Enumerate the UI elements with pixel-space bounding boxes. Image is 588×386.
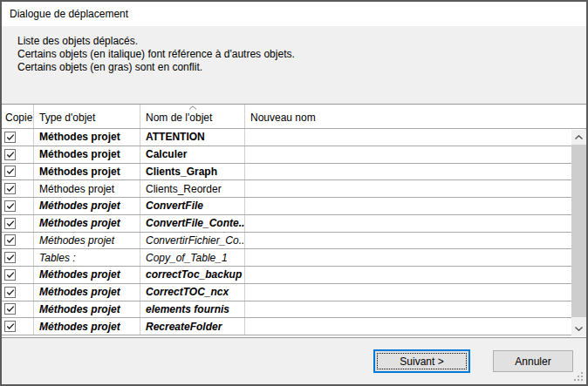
cell-newname[interactable]: [245, 180, 586, 197]
cell-type: Méthodes projet: [34, 180, 140, 197]
row-checkbox[interactable]: [4, 166, 16, 177]
checkmark-icon: [6, 185, 15, 193]
next-button[interactable]: Suivant >: [373, 349, 470, 373]
cell-name: correctToc_backup: [140, 267, 245, 283]
objects-table: Copie Type d'objet Nom de l'objet Nouvea…: [2, 104, 586, 338]
cancel-button[interactable]: Annuler: [493, 350, 573, 372]
cell-name: Clients_Reorder: [140, 180, 245, 197]
cell-newname[interactable]: [245, 215, 586, 232]
cell-name: Copy_of_Table_1: [140, 249, 245, 266]
cell-name: RecreateFolder: [140, 318, 245, 335]
row-checkbox[interactable]: [4, 303, 16, 315]
cell-type: Méthodes projet: [34, 301, 140, 318]
cell-type: Méthodes projet: [34, 129, 140, 146]
table-row[interactable]: Méthodes projet ConvertFile: [2, 198, 586, 215]
cell-newname[interactable]: [245, 146, 586, 163]
checkmark-icon: [6, 271, 15, 279]
cell-type: Méthodes projet: [34, 233, 140, 249]
cell-type: Méthodes projet: [34, 284, 140, 301]
checkmark-icon: [6, 288, 15, 296]
cell-newname[interactable]: [245, 249, 586, 266]
row-checkbox[interactable]: [4, 321, 16, 332]
row-checkbox[interactable]: [4, 200, 16, 212]
table-header: Copie Type d'objet Nom de l'objet Nouvea…: [2, 105, 586, 129]
cell-type: Méthodes projet: [34, 215, 140, 232]
cell-newname[interactable]: [245, 318, 586, 335]
table-row[interactable]: Méthodes projet RecreateFolder: [2, 318, 586, 335]
col-header-copie[interactable]: Copie: [2, 105, 34, 128]
row-checkbox[interactable]: [4, 218, 16, 229]
window-title: Dialogue de déplacement: [10, 8, 128, 20]
cell-newname[interactable]: [245, 129, 586, 146]
col-header-type[interactable]: Type d'objet: [34, 105, 140, 128]
checkmark-icon: [6, 254, 15, 261]
cell-type: Méthodes projet: [34, 164, 140, 180]
cell-name: ConvertirFichier_Co...: [140, 233, 245, 249]
vertical-scrollbar[interactable]: [571, 130, 586, 336]
table-row[interactable]: Méthodes projet Clients_Graph: [2, 164, 586, 181]
cell-newname[interactable]: [245, 198, 586, 214]
resize-grip-icon: [573, 371, 584, 382]
table-row[interactable]: Méthodes projet ConvertFile_Conte...: [2, 215, 586, 233]
cell-name: Calculer: [140, 146, 245, 163]
chevron-up-icon: [575, 135, 583, 139]
table-row[interactable]: Tables : Copy_of_Table_1: [2, 249, 586, 267]
cell-type: Méthodes projet: [34, 318, 140, 335]
table-row[interactable]: Méthodes projet correctToc_backup: [2, 267, 586, 284]
cell-type: Tables :: [34, 249, 140, 266]
row-checkbox[interactable]: [4, 234, 16, 246]
cell-newname[interactable]: [245, 233, 586, 249]
row-checkbox[interactable]: [4, 287, 16, 298]
cell-newname[interactable]: [245, 164, 586, 180]
checkmark-icon: [6, 133, 15, 141]
intro-line: Liste des objets déplacés.: [17, 35, 576, 48]
row-checkbox[interactable]: [4, 132, 16, 143]
cell-name: ConvertFile: [140, 198, 245, 214]
chevron-down-icon: [575, 327, 583, 331]
table-row[interactable]: Méthodes projet Clients_Reorder: [2, 180, 586, 198]
scrollbar-thumb[interactable]: [571, 145, 586, 317]
scroll-down-button[interactable]: [571, 322, 586, 336]
col-header-newname[interactable]: Nouveau nom: [245, 105, 586, 128]
checkmark-icon: [6, 167, 15, 175]
cell-name: CorrectTOC_ncx: [140, 284, 245, 301]
checkmark-icon: [6, 151, 15, 159]
table-row[interactable]: Méthodes projet elements fournis: [2, 301, 586, 319]
row-checkbox[interactable]: [4, 252, 16, 263]
row-checkbox[interactable]: [4, 183, 16, 194]
sort-ascending-icon: [188, 105, 196, 110]
intro-line: Certains objets (en italique) font référ…: [17, 48, 576, 61]
intro-line: Certains objets (en gras) sont en confli…: [17, 61, 576, 74]
cell-name: elements fournis: [140, 301, 245, 318]
title-bar[interactable]: Dialogue de déplacement: [2, 2, 586, 26]
cell-newname[interactable]: [245, 267, 586, 283]
scroll-up-button[interactable]: [571, 130, 586, 145]
cell-type: Méthodes projet: [34, 267, 140, 283]
col-header-name[interactable]: Nom de l'objet: [140, 105, 245, 128]
resize-grip[interactable]: [573, 371, 584, 382]
checkmark-icon: [6, 322, 15, 330]
scrollbar-track[interactable]: [571, 145, 586, 322]
row-checkbox[interactable]: [4, 269, 16, 281]
checkmark-icon: [6, 305, 15, 313]
checkmark-icon: [6, 236, 15, 244]
cell-name: ConvertFile_Conte...: [140, 215, 245, 232]
checkmark-icon: [6, 220, 15, 227]
row-checkbox[interactable]: [4, 149, 16, 160]
cell-name: ATTENTION: [140, 129, 245, 146]
cell-name: Clients_Graph: [140, 164, 245, 180]
table-body: Méthodes projet ATTENTION Méthodes proje…: [2, 129, 586, 335]
cell-newname[interactable]: [245, 301, 586, 318]
checkmark-icon: [6, 202, 15, 210]
cell-type: Méthodes projet: [34, 146, 140, 163]
dialog-window: Dialogue de déplacement Liste des objets…: [0, 0, 588, 386]
table-row[interactable]: Méthodes projet ConvertirFichier_Co...: [2, 233, 586, 250]
table-row[interactable]: Méthodes projet CorrectTOC_ncx: [2, 284, 586, 301]
table-row[interactable]: Méthodes projet ATTENTION: [2, 129, 586, 146]
cell-newname[interactable]: [245, 284, 586, 301]
table-row[interactable]: Méthodes projet Calculer: [2, 146, 586, 164]
cell-type: Méthodes projet: [34, 198, 140, 214]
intro-text: Liste des objets déplacés. Certains obje…: [17, 35, 576, 74]
